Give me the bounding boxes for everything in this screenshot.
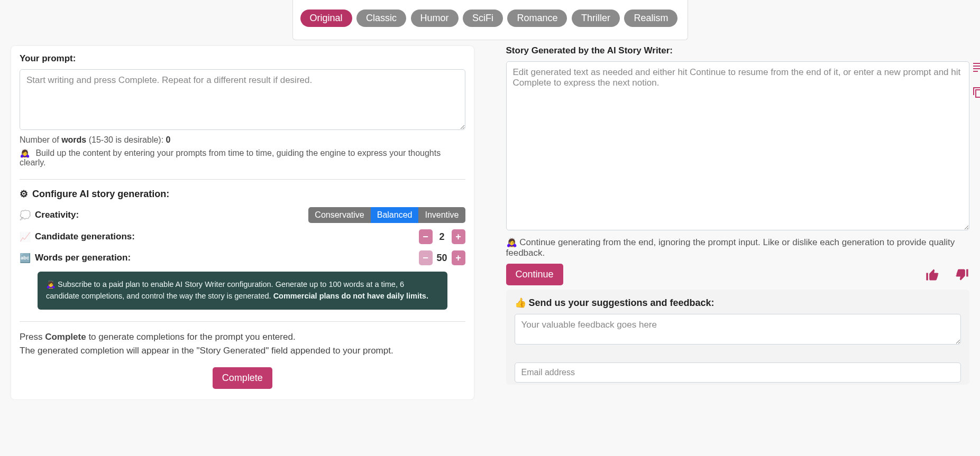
- instr-complete-word: Complete: [45, 332, 86, 342]
- instr-press: Press: [20, 332, 45, 342]
- abcd-icon: 🔤: [20, 253, 31, 264]
- complete-button[interactable]: Complete: [213, 367, 272, 389]
- tab-scifi[interactable]: SciFi: [463, 10, 503, 27]
- output-side-icons: [973, 62, 980, 98]
- candidates-value: 2: [436, 231, 448, 243]
- word-count-hint: Number of words (15-30 is desirable): 0: [20, 135, 465, 145]
- prompt-title: Your prompt:: [20, 53, 465, 64]
- gear-icon: ⚙: [20, 188, 28, 200]
- creativity-label-text: Creativity:: [35, 210, 79, 220]
- creativity-conservative[interactable]: Conservative: [308, 207, 370, 223]
- bow-emoji-icon: 🙇‍♀️: [20, 148, 30, 157]
- svg-rect-6: [976, 90, 980, 97]
- word-count-value: 0: [166, 135, 171, 144]
- output-title: Story Generated by the AI Story Writer:: [506, 45, 970, 56]
- bow-emoji-icon: 🙇‍♀️: [506, 237, 517, 247]
- config-title: ⚙ Configure AI story generation:: [20, 188, 465, 200]
- feedback-section: 👍 Send us your suggestions and feedback:: [506, 290, 970, 385]
- feedback-heading: 👍 Send us your suggestions and feedback:: [515, 297, 961, 309]
- words-per-value: 50: [436, 253, 448, 264]
- divider: [20, 321, 465, 322]
- tab-humor[interactable]: Humor: [411, 10, 459, 27]
- thought-bubble-icon: 💭: [20, 210, 31, 221]
- creativity-label: 💭 Creativity:: [20, 210, 79, 221]
- creativity-segmented: Conservative Balanced Inventive: [308, 207, 465, 223]
- output-panel: Story Generated by the AI Story Writer:: [506, 45, 970, 385]
- build-hint: 🙇‍♀️ Build up the content by entering yo…: [20, 148, 465, 167]
- word-count-strong: words: [61, 135, 86, 144]
- word-count-suffix: (15-30 is desirable):: [86, 135, 166, 144]
- prompt-card: Your prompt: Number of words (15-30 is d…: [11, 45, 474, 400]
- candidates-row: 📈 Candidate generations: − 2 +: [20, 229, 465, 244]
- tab-romance[interactable]: Romance: [507, 10, 567, 27]
- thumbs-down-icon[interactable]: [955, 267, 969, 282]
- words-per-label: 🔤 Words per generation:: [20, 253, 131, 264]
- output-textarea[interactable]: [506, 61, 970, 230]
- instr-rem1: to generate completions for the prompt y…: [86, 332, 296, 342]
- thumbs-up-emoji-icon: 👍: [515, 297, 526, 308]
- output-hint-text: Continue generating from the end, ignori…: [506, 237, 955, 258]
- candidates-stepper: − 2 +: [419, 229, 465, 244]
- prompt-input[interactable]: [20, 69, 465, 130]
- candidates-label-text: Candidate generations:: [35, 231, 135, 242]
- candidates-decrement[interactable]: −: [419, 229, 433, 244]
- words-per-stepper: − 50 +: [419, 250, 465, 265]
- instr-line2: The generated completion will appear in …: [20, 346, 393, 356]
- feedback-heading-text: Send us your suggestions and feedback:: [526, 297, 715, 308]
- notice-bold: Commercial plans do not have daily limit…: [273, 292, 428, 300]
- upgrade-notice: 🙇‍♀️ Subscribe to a paid plan to enable …: [38, 272, 447, 310]
- growth-chart-icon: 📈: [20, 231, 31, 243]
- email-field[interactable]: [515, 362, 961, 383]
- output-hint: 🙇‍♀️ Continue generating from the end, i…: [506, 237, 970, 258]
- word-count-prefix: Number of: [20, 135, 61, 144]
- clear-list-icon[interactable]: [973, 62, 980, 72]
- feedback-input[interactable]: [515, 314, 961, 345]
- tab-thriller[interactable]: Thriller: [572, 10, 620, 27]
- words-per-label-text: Words per generation:: [35, 253, 131, 263]
- thumbs-up-icon[interactable]: [925, 267, 940, 282]
- candidates-increment[interactable]: +: [452, 229, 465, 244]
- words-per-increment[interactable]: +: [452, 250, 465, 265]
- creativity-row: 💭 Creativity: Conservative Balanced Inve…: [20, 207, 465, 223]
- divider: [20, 179, 465, 180]
- creativity-balanced[interactable]: Balanced: [371, 207, 419, 223]
- tab-classic[interactable]: Classic: [356, 10, 406, 27]
- words-per-row: 🔤 Words per generation: − 50 +: [20, 250, 465, 265]
- bow-emoji-icon: 🙇‍♀️: [46, 280, 56, 289]
- instructions: Press Complete to generate completions f…: [20, 330, 465, 358]
- build-hint-text: Build up the content by entering your pr…: [20, 148, 441, 167]
- continue-button[interactable]: Continue: [506, 264, 563, 285]
- tab-original[interactable]: Original: [300, 10, 352, 27]
- style-tabs: Original Classic Humor SciFi Romance Thr…: [292, 0, 688, 40]
- continue-bar: Continue: [506, 264, 970, 285]
- candidates-label: 📈 Candidate generations:: [20, 231, 135, 243]
- rating-thumbs: [925, 267, 969, 282]
- copy-icon[interactable]: [973, 87, 980, 98]
- words-per-decrement[interactable]: −: [419, 250, 433, 265]
- tab-realism[interactable]: Realism: [624, 10, 677, 27]
- config-title-text: Configure AI story generation:: [32, 189, 169, 200]
- creativity-inventive[interactable]: Inventive: [418, 207, 465, 223]
